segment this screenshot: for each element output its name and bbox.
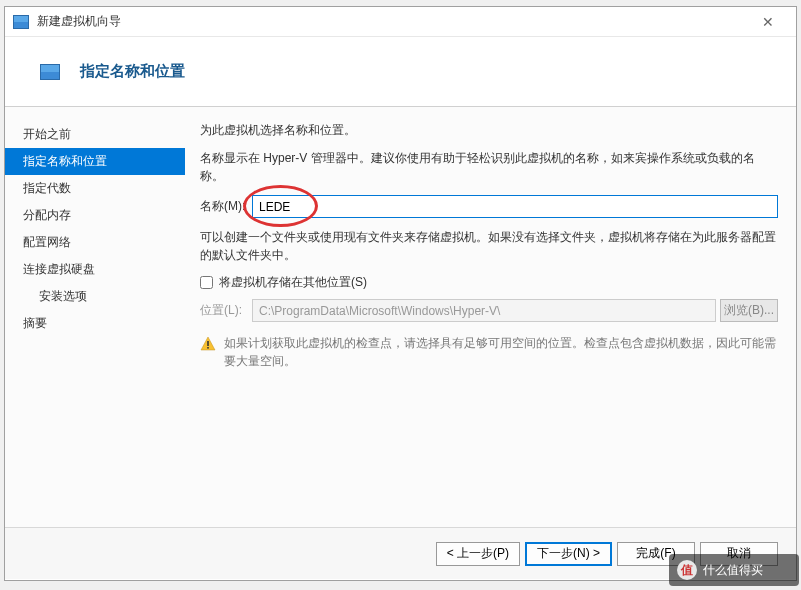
svg-rect-1 — [207, 341, 209, 346]
name-input[interactable] — [252, 195, 778, 218]
sidebar-item-memory[interactable]: 分配内存 — [5, 202, 185, 229]
content-panel: 为此虚拟机选择名称和位置。 名称显示在 Hyper-V 管理器中。建议你使用有助… — [185, 107, 796, 527]
store-other-location-label: 将虚拟机存储在其他位置(S) — [219, 274, 367, 291]
sidebar-item-vhd[interactable]: 连接虚拟硬盘 — [5, 256, 185, 283]
titlebar: 新建虚拟机向导 ✕ — [5, 7, 796, 37]
close-button[interactable]: ✕ — [748, 10, 788, 34]
intro-text-3: 可以创建一个文件夹或使用现有文件夹来存储虚拟机。如果没有选择文件夹，虚拟机将存储… — [200, 228, 778, 264]
prev-button[interactable]: < 上一步(P) — [436, 542, 520, 566]
warning-row: 如果计划获取此虚拟机的检查点，请选择具有足够可用空间的位置。检查点包含虚拟机数据… — [200, 334, 778, 370]
window-title: 新建虚拟机向导 — [37, 13, 748, 30]
name-row: 名称(M): — [200, 195, 778, 218]
sidebar-item-summary[interactable]: 摘要 — [5, 310, 185, 337]
header-title: 指定名称和位置 — [80, 62, 185, 81]
sidebar-item-before-begin[interactable]: 开始之前 — [5, 121, 185, 148]
sidebar-item-network[interactable]: 配置网络 — [5, 229, 185, 256]
watermark-text: 什么值得买 — [703, 562, 763, 579]
next-button[interactable]: 下一步(N) > — [525, 542, 612, 566]
wizard-body: 开始之前 指定名称和位置 指定代数 分配内存 配置网络 连接虚拟硬盘 安装选项 … — [5, 107, 796, 527]
warning-icon — [200, 336, 216, 352]
sidebar-item-generation[interactable]: 指定代数 — [5, 175, 185, 202]
app-icon — [13, 15, 29, 29]
sidebar-item-name-location[interactable]: 指定名称和位置 — [5, 148, 185, 175]
name-label: 名称(M): — [200, 198, 252, 215]
sidebar-item-install-options[interactable]: 安装选项 — [5, 283, 185, 310]
watermark-logo-icon: 值 — [677, 560, 697, 580]
wizard-header: 指定名称和位置 — [5, 37, 796, 107]
location-row: 位置(L): 浏览(B)... — [200, 299, 778, 322]
intro-text-2: 名称显示在 Hyper-V 管理器中。建议你使用有助于轻松识别此虚拟机的名称，如… — [200, 149, 778, 185]
store-other-location-checkbox[interactable] — [200, 276, 213, 289]
header-icon — [40, 64, 60, 80]
sidebar: 开始之前 指定名称和位置 指定代数 分配内存 配置网络 连接虚拟硬盘 安装选项 … — [5, 107, 185, 527]
svg-rect-2 — [207, 347, 209, 349]
wizard-window: 新建虚拟机向导 ✕ 指定名称和位置 开始之前 指定名称和位置 指定代数 分配内存… — [4, 6, 797, 581]
store-other-location-row: 将虚拟机存储在其他位置(S) — [200, 274, 778, 291]
warning-text: 如果计划获取此虚拟机的检查点，请选择具有足够可用空间的位置。检查点包含虚拟机数据… — [224, 334, 778, 370]
intro-text-1: 为此虚拟机选择名称和位置。 — [200, 121, 778, 139]
watermark: 值 什么值得买 — [669, 554, 799, 586]
browse-button: 浏览(B)... — [720, 299, 778, 322]
location-input — [252, 299, 716, 322]
location-label: 位置(L): — [200, 302, 252, 319]
